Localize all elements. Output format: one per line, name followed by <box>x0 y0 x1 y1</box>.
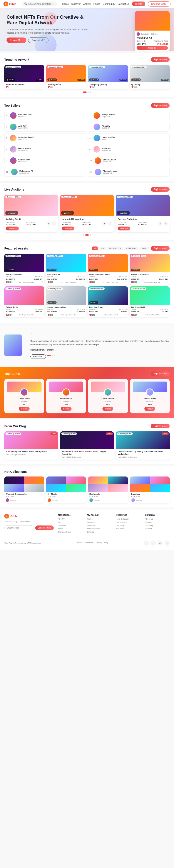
seller-rank-3: 4 <box>90 126 91 128</box>
footer-resources-link-1[interactable]: Our Partners <box>116 521 141 523</box>
auction-prev-btn-2[interactable]: ‹ <box>158 221 163 226</box>
auction-bid-val-2: 17.00 ETH <box>118 223 127 225</box>
hero-explore-button[interactable]: Explore More <box>6 37 26 43</box>
trending-dot-2[interactable] <box>88 91 89 93</box>
filter-tab-4[interactable]: Music <box>140 246 149 250</box>
nav-activity[interactable]: Activity <box>83 3 91 5</box>
auction-next-btn-2[interactable]: › <box>164 221 168 226</box>
featured-price-vals-6: Bid 80 ETH 80 ETH <box>89 311 127 313</box>
nav-pages[interactable]: Pages <box>94 3 100 5</box>
footer-resources-link-3[interactable]: Newsletter <box>116 528 141 530</box>
collection-title-2: Hashmasks <box>90 493 127 495</box>
trending-explore-button[interactable]: Explore More <box>151 57 170 62</box>
filter-tab-1[interactable]: Art <box>99 246 106 250</box>
footer-account-link-3[interactable]: My Collections <box>87 528 111 530</box>
collection-piece-4-0 <box>24 484 44 492</box>
featured-like-icon-2[interactable]: ♡ <box>125 281 127 283</box>
auction-card-0: Created by @Gible Remaining Time 17:04:0… <box>4 195 58 232</box>
filter-tab-0[interactable]: All <box>92 246 98 250</box>
featured-mini-avatars-3 <box>131 281 137 283</box>
subscribe-button[interactable]: Subscribe Now <box>35 525 54 530</box>
footer-account-link-0[interactable]: Profile <box>87 518 111 520</box>
trending-dot-3[interactable] <box>90 91 91 93</box>
footer-company-link-0[interactable]: About Us <box>145 518 170 520</box>
linkedin-icon[interactable]: li <box>165 540 170 546</box>
new-bid-button-1[interactable]: New Bid <box>62 226 75 230</box>
featured-like-icon-5[interactable]: ♡ <box>83 314 85 316</box>
create-button[interactable]: Create <box>132 2 145 6</box>
auction-dot-1[interactable] <box>83 234 84 236</box>
new-bid-button-0[interactable]: New Bid <box>6 226 19 230</box>
auction-prev-btn-1[interactable]: ‹ <box>102 221 106 226</box>
footer-marketplace-link-3[interactable]: Music <box>58 528 83 530</box>
featured-bid-label-7: Live Bid <box>131 309 136 310</box>
nav-home[interactable]: Home <box>63 3 69 5</box>
featured-image-2: Created by @Gible 17:04:4:43 <box>88 254 128 272</box>
blog-image-1: Created by @Gible Trend <box>60 431 114 449</box>
read-more-button[interactable]: Read More <box>30 354 46 359</box>
auctions-explore-button[interactable]: Explore More <box>151 187 170 192</box>
blog-explore-button[interactable]: Explore More <box>151 424 170 428</box>
testimonial-dot-2[interactable] <box>52 355 53 356</box>
footer-company-link-3[interactable]: Contact <box>145 528 170 530</box>
auction-dot-2[interactable] <box>85 234 89 236</box>
seller-item-5: 6 Henry Martins 8a,000 ETH <box>88 133 170 143</box>
hero-card-avatar <box>136 32 140 36</box>
footer-company-link-2[interactable]: Our Blog <box>145 524 170 527</box>
terms-link[interactable]: Terms & Conditions <box>76 541 93 544</box>
footer-marketplace-link-0[interactable]: All NFT <box>58 518 83 520</box>
footer-marketplace-link-2[interactable]: Domains <box>58 524 83 527</box>
footer-resources-link-2[interactable]: Our Blog <box>116 524 141 527</box>
filter-tab-3[interactable]: Collectibles <box>124 246 139 250</box>
follow-button-1[interactable]: Follow <box>61 407 72 411</box>
filter-tab-2[interactable]: Virtual Worlds <box>107 246 123 250</box>
trending-dot-1[interactable] <box>83 91 86 93</box>
auction-dot-3[interactable] <box>90 234 91 236</box>
instagram-icon[interactable]: in <box>157 540 163 546</box>
footer-marketplace-link-1[interactable]: Art <box>58 521 83 523</box>
footer-account-link-4[interactable]: Settings <box>87 531 111 533</box>
nav-discover[interactable]: Discover <box>71 3 81 5</box>
footer-marketplace-link-4[interactable]: Trending Cards <box>58 531 83 533</box>
top-author-explore-button[interactable]: Explore More <box>151 371 170 376</box>
sellers-explore-button[interactable]: Explore More <box>151 103 170 108</box>
twitter-icon[interactable]: t <box>150 540 156 546</box>
artwork-image-2: Created by @Gible 🔥 80 ETH 80 ETH <box>88 65 128 82</box>
follow-button-3[interactable]: Follow <box>144 407 155 411</box>
collection-avatar-1 <box>48 498 51 502</box>
footer-account-link-2[interactable]: Watchlist <box>87 524 111 527</box>
featured-like-icon-6[interactable]: ♡ <box>125 314 127 316</box>
footer-email-input[interactable] <box>4 525 34 530</box>
nav-community[interactable]: Community <box>103 3 115 5</box>
featured-like-icon-0[interactable]: ♡ <box>42 281 43 283</box>
blog-card-1: Created by @Gible Trend Edinosbft: A Por… <box>60 431 114 460</box>
new-bid-button-2[interactable]: New Bid <box>118 226 130 230</box>
auction-next-btn-0[interactable]: › <box>52 221 56 226</box>
featured-title-5: Supper Nuarmorphism <box>47 306 85 308</box>
author-name-1: James Parker <box>49 398 83 400</box>
testimonial-dot-1[interactable] <box>47 355 51 356</box>
featured-like-icon-4[interactable]: ♡ <box>42 314 43 316</box>
footer-resources-link-0[interactable]: Help & Support <box>116 518 141 520</box>
privacy-link[interactable]: Privacy Policy <box>96 541 108 544</box>
footer-company-link-1[interactable]: Careers <box>145 521 170 523</box>
follow-button-2[interactable]: Follow <box>102 407 113 411</box>
featured-explore-button[interactable]: Explore More <box>151 246 170 251</box>
follow-button-0[interactable]: Follow <box>19 407 30 411</box>
testimonial-dot-3[interactable] <box>54 355 55 356</box>
featured-like-icon-1[interactable]: ♡ <box>83 281 85 283</box>
auction-prev-btn-0[interactable]: ‹ <box>47 221 51 226</box>
featured-header: Featured Assets AllArtVirtual WorldsColl… <box>4 246 170 251</box>
auction-card-1: Created by @Gible Remaining Time 17:04:0… <box>60 195 114 232</box>
featured-like-icon-3[interactable]: ♡ <box>167 281 168 283</box>
facebook-icon[interactable]: f <box>144 540 149 546</box>
featured-like-icon-7[interactable]: ♡ <box>167 314 168 316</box>
place-bid-button[interactable]: Place Bid <box>136 46 168 50</box>
footer-account-link-1[interactable]: Favorites <box>87 521 111 523</box>
search-input[interactable] <box>28 3 55 5</box>
seller-name-7: Julian Rio <box>102 147 168 150</box>
nav-contact[interactable]: Contact Us <box>118 3 129 5</box>
connect-wallet-button[interactable]: Connect Wallet <box>148 1 171 6</box>
auction-next-btn-1[interactable]: › <box>108 221 112 226</box>
search-bar[interactable]: 🔍 <box>22 2 57 6</box>
